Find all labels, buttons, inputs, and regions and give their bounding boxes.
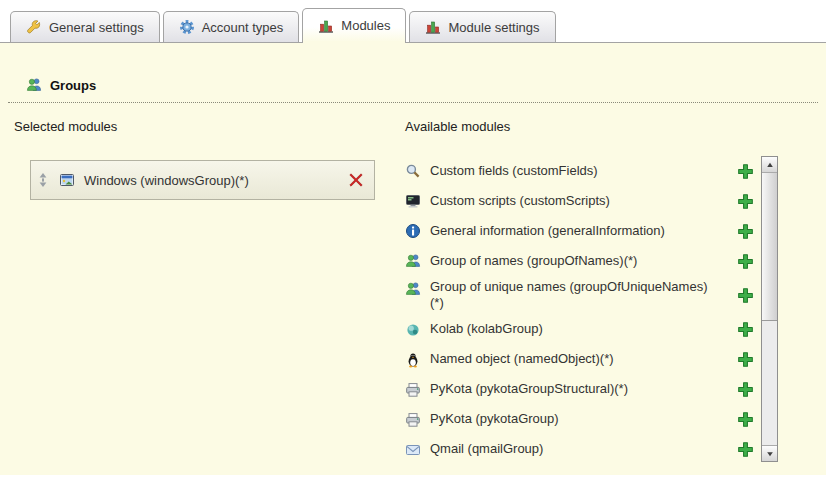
selected-module-label: Windows (windowsGroup)(*)	[84, 173, 249, 188]
arrow-down-icon	[765, 449, 775, 459]
list-item: Custom scripts (customScripts)	[405, 186, 761, 216]
printer-icon	[405, 412, 421, 428]
list-item: Kolab (kolabGroup)	[405, 315, 761, 345]
list-item: Group of unique names (groupOfUniqueName…	[405, 276, 761, 315]
plus-icon	[737, 163, 754, 180]
list-item: PyKota (pykotaGroupStructural)(*)	[405, 375, 761, 405]
add-module-button[interactable]	[737, 223, 754, 240]
add-module-button[interactable]	[737, 381, 754, 398]
add-module-button[interactable]	[737, 287, 754, 304]
tab-label: Account types	[202, 20, 284, 35]
available-modules-column: Available modules Custom fields (customF…	[405, 119, 826, 465]
list-item: Group of names (groupOfNames)(*)	[405, 246, 761, 276]
tab-label: Module settings	[448, 20, 539, 35]
section-header: Groups	[0, 43, 826, 93]
plus-icon	[737, 411, 754, 428]
group-icon	[405, 281, 421, 297]
add-module-button[interactable]	[737, 441, 754, 458]
windows-module-icon	[59, 172, 75, 188]
available-modules-list: Custom fields (customFields) Custom scri…	[405, 156, 761, 465]
magnifier-icon	[405, 163, 421, 179]
gear-icon	[179, 19, 195, 35]
tab-label: General settings	[49, 20, 144, 35]
list-item: Custom fields (customFields)	[405, 156, 761, 186]
group-icon	[405, 253, 421, 269]
tab-bar: General settings Account types Modules M…	[0, 0, 826, 42]
section-divider	[8, 102, 818, 103]
module-label: Named object (namedObject)(*)	[430, 351, 614, 367]
add-module-button[interactable]	[737, 253, 754, 270]
module-label: Qmail (qmailGroup)	[430, 441, 543, 457]
kolab-icon	[405, 322, 421, 338]
list-item: PyKota (pykotaGroup)	[405, 405, 761, 435]
tab-account-types[interactable]: Account types	[163, 11, 300, 42]
plus-icon	[737, 223, 754, 240]
tab-general-settings[interactable]: General settings	[10, 11, 160, 42]
add-module-button[interactable]	[737, 411, 754, 428]
info-icon	[405, 223, 421, 239]
delete-icon	[348, 172, 364, 188]
terminal-icon	[405, 193, 421, 209]
scrollbar-thumb[interactable]	[762, 173, 777, 321]
selected-modules-column: Selected modules Windows (windowsGroup)(…	[14, 119, 405, 465]
plus-icon	[737, 193, 754, 210]
mail-icon	[405, 442, 421, 458]
available-modules-list-wrap: Custom fields (customFields) Custom scri…	[405, 156, 778, 465]
plus-icon	[737, 351, 754, 368]
module-label: Custom fields (customFields)	[430, 163, 598, 179]
list-item: General information (generalInformation)	[405, 216, 761, 246]
add-module-button[interactable]	[737, 321, 754, 338]
add-module-button[interactable]	[737, 163, 754, 180]
module-label: Custom scripts (customScripts)	[430, 193, 610, 209]
add-module-button[interactable]	[737, 351, 754, 368]
module-label: Group of unique names (groupOfUniqueName…	[430, 279, 712, 312]
printer-icon	[405, 382, 421, 398]
modules-panel: Groups Selected modules Windows (windows…	[0, 42, 826, 475]
add-module-button[interactable]	[737, 193, 754, 210]
list-item: Named object (namedObject)(*)	[405, 345, 761, 375]
modules-columns: Selected modules Windows (windowsGroup)(…	[0, 119, 826, 465]
remove-module-button[interactable]	[348, 172, 364, 188]
chart-icon	[425, 19, 441, 35]
vertical-scrollbar[interactable]	[761, 156, 778, 462]
plus-icon	[737, 287, 754, 304]
wrench-icon	[26, 19, 42, 35]
plus-icon	[737, 381, 754, 398]
module-label: General information (generalInformation)	[430, 223, 665, 239]
plus-icon	[737, 253, 754, 270]
module-label: Group of names (groupOfNames)(*)	[430, 253, 637, 269]
scroll-up-button[interactable]	[762, 157, 777, 173]
plus-icon	[737, 321, 754, 338]
module-label: PyKota (pykotaGroup)	[430, 411, 559, 427]
tab-modules[interactable]: Modules	[302, 8, 406, 42]
tab-label: Modules	[341, 18, 390, 33]
arrow-up-icon	[765, 160, 775, 170]
available-modules-heading: Available modules	[405, 119, 778, 135]
tab-module-settings[interactable]: Module settings	[409, 11, 555, 42]
group-icon	[26, 77, 42, 93]
section-title: Groups	[50, 78, 96, 93]
chart-icon	[318, 18, 334, 34]
selected-modules-heading: Selected modules	[14, 119, 405, 135]
list-item: Qmail (qmailGroup)	[405, 435, 761, 465]
module-label: Kolab (kolabGroup)	[430, 321, 543, 337]
selected-module-row[interactable]: Windows (windowsGroup)(*)	[30, 160, 375, 200]
penguin-icon	[405, 352, 421, 368]
drag-handle-icon[interactable]	[37, 172, 49, 188]
plus-icon	[737, 441, 754, 458]
scroll-down-button[interactable]	[762, 445, 777, 461]
module-label: PyKota (pykotaGroupStructural)(*)	[430, 381, 628, 397]
